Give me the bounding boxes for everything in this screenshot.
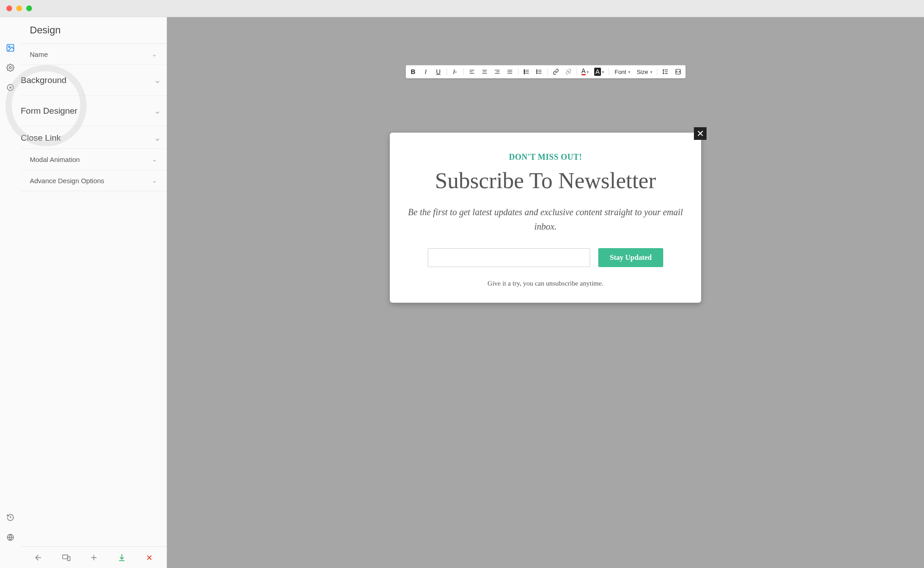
- accordion-label: Name: [30, 51, 48, 58]
- toolbar-separator: [447, 68, 447, 75]
- richtext-toolbar: B I U I× 123 A▾ A▾ Font▾ Size▾: [406, 65, 686, 79]
- chevron-down-icon: ⌄: [152, 176, 157, 185]
- accordion-close-link[interactable]: Close Link ⌄: [21, 126, 166, 149]
- toolbar-separator: [547, 68, 548, 75]
- design-canvas[interactable]: B I U I× 123 A▾ A▾ Font▾ Size▾: [167, 17, 924, 568]
- svg-point-11: [536, 70, 537, 71]
- popup-form-row: Stay Updated: [406, 248, 685, 267]
- chevron-down-icon: ⌄: [152, 50, 157, 58]
- app-root: Design Name ⌄ Background ⌄ Form Designer…: [0, 17, 924, 568]
- chevron-down-icon: ⌄: [154, 75, 161, 85]
- source-button[interactable]: [673, 67, 684, 77]
- back-icon[interactable]: [34, 553, 43, 562]
- accordion-label: Form Designer: [21, 106, 78, 116]
- popup-preview[interactable]: ✕ DON'T MISS OUT! Subscribe To Newslette…: [390, 133, 701, 303]
- popup-eyebrow[interactable]: DON'T MISS OUT!: [406, 152, 685, 162]
- accordion-name[interactable]: Name ⌄: [21, 44, 166, 65]
- sidebar: Design Name ⌄ Background ⌄ Form Designer…: [21, 17, 167, 568]
- popup-title[interactable]: Subscribe To Newsletter: [406, 168, 685, 193]
- accordion-form-designer[interactable]: Form Designer ⌄: [21, 96, 166, 126]
- clear-format-button[interactable]: I×: [450, 67, 461, 77]
- chevron-down-icon: ⌄: [152, 155, 157, 163]
- underline-button[interactable]: U: [433, 67, 444, 77]
- accordion-label: Advance Design Options: [30, 177, 104, 185]
- popup-subtitle[interactable]: Be the first to get latest updates and e…: [406, 205, 685, 234]
- svg-point-13: [536, 73, 537, 74]
- window-zoom-dot[interactable]: [26, 5, 32, 11]
- text-color-button[interactable]: A▾: [580, 67, 591, 77]
- target-icon[interactable]: [6, 83, 15, 92]
- font-size-button[interactable]: Size▾: [634, 67, 654, 77]
- devices-icon[interactable]: [62, 553, 71, 562]
- accordion-background[interactable]: Background ⌄: [21, 65, 166, 96]
- toolbar-separator: [518, 68, 518, 75]
- popup-close-button[interactable]: ✕: [694, 127, 707, 140]
- bold-button[interactable]: B: [408, 67, 419, 77]
- accordion-label: Background: [21, 75, 66, 85]
- link-button[interactable]: [550, 67, 561, 77]
- svg-point-2: [9, 67, 12, 69]
- accordion-advance-design[interactable]: Advance Design Options ⌄: [21, 170, 166, 191]
- toolbar-separator: [463, 68, 464, 75]
- icon-rail: [0, 17, 21, 568]
- history-icon[interactable]: [6, 513, 15, 522]
- svg-rect-6: [62, 555, 68, 559]
- sidebar-footer: [21, 546, 166, 568]
- popup-footnote[interactable]: Give it a try, you can unsubscribe anyti…: [406, 280, 685, 287]
- toolbar-separator: [657, 68, 657, 75]
- italic-button[interactable]: I: [420, 67, 431, 77]
- unlink-button[interactable]: [563, 67, 574, 77]
- line-height-button[interactable]: [660, 67, 671, 77]
- image-icon[interactable]: [6, 43, 15, 52]
- chevron-down-icon: ⌄: [154, 106, 161, 116]
- accordion-label: Modal Animation: [30, 156, 80, 163]
- accordion-label: Close Link: [21, 133, 61, 143]
- align-right-button[interactable]: [492, 67, 503, 77]
- svg-point-1: [9, 46, 10, 47]
- download-icon[interactable]: [117, 553, 126, 562]
- submit-button[interactable]: Stay Updated: [598, 248, 664, 267]
- mac-titlebar: [0, 0, 924, 17]
- align-justify-button[interactable]: [504, 67, 515, 77]
- close-icon[interactable]: [145, 554, 153, 562]
- bg-color-button[interactable]: A▾: [592, 67, 606, 77]
- gear-icon[interactable]: [6, 63, 15, 72]
- chevron-down-icon: ⌄: [154, 133, 161, 143]
- globe-icon[interactable]: [6, 533, 15, 542]
- align-left-button[interactable]: [467, 67, 477, 77]
- font-family-button[interactable]: Font▾: [612, 67, 632, 77]
- toolbar-separator: [577, 68, 577, 75]
- align-center-button[interactable]: [479, 67, 490, 77]
- sidebar-header: Design: [21, 17, 166, 44]
- email-input[interactable]: [428, 248, 590, 267]
- ordered-list-button[interactable]: 123: [521, 67, 532, 77]
- svg-point-12: [536, 71, 537, 72]
- window-minimize-dot[interactable]: [16, 5, 22, 11]
- bullet-list-button[interactable]: [534, 67, 545, 77]
- svg-point-4: [10, 87, 11, 88]
- plus-icon[interactable]: [89, 553, 98, 562]
- toolbar-separator: [609, 68, 609, 75]
- accordion-modal-animation[interactable]: Modal Animation ⌄: [21, 149, 166, 170]
- window-close-dot[interactable]: [6, 5, 12, 11]
- svg-text:3: 3: [524, 73, 525, 74]
